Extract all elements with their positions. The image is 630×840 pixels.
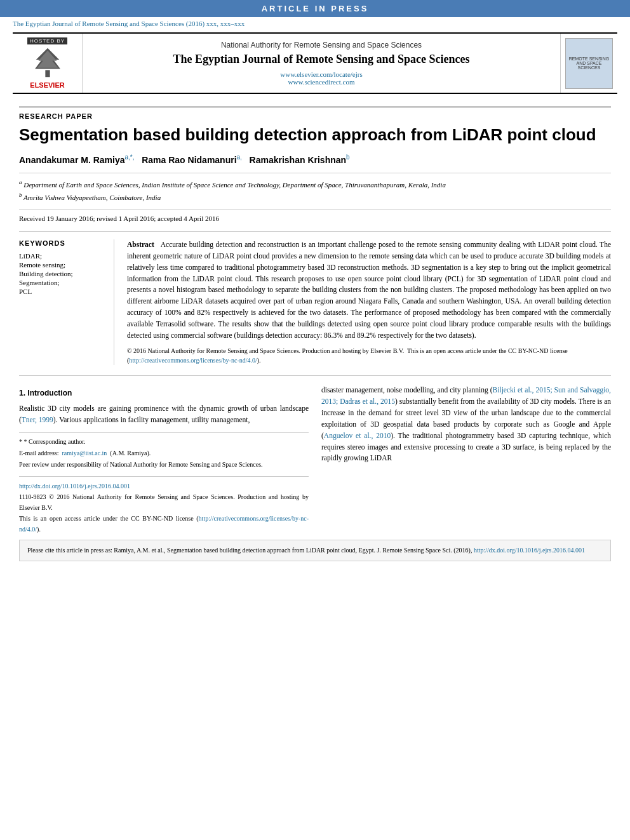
journal-header: HOSTED BY ELSEVIER National Authority fo…	[13, 32, 617, 94]
body-right-column: disaster management, noise modelling, an…	[321, 385, 611, 534]
cc-license-link[interactable]: http://creativecommons.org/licenses/by-n…	[129, 357, 257, 364]
copyright-notice: © 2016 National Authority for Remote Sen…	[127, 346, 611, 365]
authors-line: Anandakumar M. Ramiyaa,*, Rama Rao Nidam…	[19, 154, 611, 165]
article-in-press-banner: ARTICLE IN PRESS	[0, 0, 630, 17]
affiliations: a Department of Earth and Space Sciences…	[19, 173, 611, 203]
affil-2-sup: b	[19, 192, 22, 198]
oa-text-suffix: ).	[37, 526, 41, 533]
footnote-star-symbol: *	[19, 438, 24, 445]
keywords-label: KEYWORDS	[19, 239, 105, 247]
affil-1-sup: a	[19, 179, 22, 185]
abstract-text: Abstract Accurate building detection and…	[127, 239, 611, 341]
keyword-3: Building detection;	[19, 270, 105, 277]
keyword-4: Segmentation;	[19, 279, 105, 286]
doi-link[interactable]: http://dx.doi.org/10.1016/j.ejrs.2016.04…	[19, 483, 130, 490]
keyword-1: LiDAR;	[19, 252, 105, 260]
journal-title-area: National Authority for Remote Sensing an…	[83, 34, 560, 93]
affiliation-1: a Department of Earth and Space Sciences…	[19, 178, 611, 190]
svg-rect-0	[45, 70, 50, 77]
doi-line: http://dx.doi.org/10.1016/j.ejrs.2016.04…	[19, 481, 309, 491]
section-1-heading: 1. Introduction	[19, 387, 309, 399]
footnote-email-link[interactable]: ramiya@iist.ac.in	[62, 450, 107, 457]
elsevier-locate-link[interactable]: www.elsevier.com/locate/ejrs	[280, 70, 362, 78]
keywords-column: KEYWORDS LiDAR; Remote sensing; Building…	[19, 239, 114, 365]
footnote-email: E-mail address: ramiya@iist.ac.in (A.M. …	[19, 448, 309, 458]
copyright-text-suffix: ).	[257, 357, 261, 364]
journal-link-bar: The Egyptian Journal of Remote Sensing a…	[0, 17, 630, 30]
footnote-corresponding: * Corresponding author.	[24, 438, 86, 445]
footnote-email-label: E-mail address:	[19, 450, 58, 457]
bottom-links-section: http://dx.doi.org/10.1016/j.ejrs.2016.04…	[19, 476, 309, 535]
hosted-by-badge: HOSTED BY	[27, 37, 67, 44]
affiliation-2: b Amrita Vishwa Vidyapeetham, Coimbatore…	[19, 191, 611, 203]
svg-marker-2	[37, 50, 58, 67]
intro-right-text: disaster management, noise modelling, an…	[321, 385, 611, 464]
author-2-name: Rama Rao Nidamanuri	[142, 155, 236, 165]
author-1-sup: a,*,	[125, 154, 135, 161]
elsevier-tree-icon	[29, 47, 67, 79]
abstract-column: Abstract Accurate building detection and…	[127, 239, 611, 365]
submission-dates: Received 19 January 2016; revised 1 Apri…	[19, 209, 611, 222]
oa-text-prefix: This is an open access article under the…	[19, 515, 199, 522]
keywords-abstract-section: KEYWORDS LiDAR; Remote sensing; Building…	[19, 231, 611, 365]
issn-line: 1110-9823 © 2016 National Authority for …	[19, 491, 309, 513]
elsevier-logo-area: HOSTED BY ELSEVIER	[13, 34, 83, 93]
footnote-email-name: (A.M. Ramiya).	[110, 450, 151, 457]
main-content-area: RESEARCH PAPER Segmentation based buildi…	[0, 97, 630, 571]
sciencedirect-link[interactable]: www.sciencedirect.com	[288, 78, 355, 86]
author-3-sup: b	[346, 154, 350, 161]
citation-box: Please cite this article in press as: Ra…	[19, 540, 611, 561]
journal-cover-thumbnail: REMOTE SENSING AND SPACE SCIENCES	[565, 38, 613, 89]
journal-full-title: The Egyptian Journal of Remote Sensing a…	[95, 52, 547, 67]
tner-1999-link[interactable]: Tner, 1999	[22, 416, 53, 423]
citation-prefix: Please cite this article in press as: Ra…	[27, 547, 474, 554]
body-content: 1. Introduction Realistic 3D city models…	[19, 375, 611, 534]
article-title: Segmentation based building detection ap…	[19, 125, 611, 145]
journal-link[interactable]: The Egyptian Journal of Remote Sensing a…	[13, 20, 245, 27]
author-2-sup: a,	[237, 154, 242, 161]
oa-line: This is an open access article under the…	[19, 513, 309, 535]
footnote-star: * * Corresponding author.	[19, 437, 309, 447]
journal-cover-area: REMOTE SENSING AND SPACE SCIENCES	[560, 34, 617, 93]
footnote-peer-review: Peer review under responsibility of Nati…	[19, 460, 309, 470]
footnotes-section: * * Corresponding author. E-mail address…	[19, 432, 309, 470]
affil-1-text: Department of Earth and Space Sciences, …	[23, 181, 446, 189]
abstract-body: Accurate building detection and reconstr…	[127, 241, 611, 339]
body-two-columns: 1. Introduction Realistic 3D city models…	[19, 385, 611, 534]
journal-links: www.elsevier.com/locate/ejrs www.science…	[95, 70, 547, 86]
affil-2-text: Amrita Vishwa Vidyapeetham, Coimbatore, …	[23, 194, 161, 201]
intro-left-text: Realistic 3D city models are gaining pro…	[19, 403, 309, 426]
body-left-column: 1. Introduction Realistic 3D city models…	[19, 385, 309, 534]
anguelov-link[interactable]: Anguelov et al., 2010	[324, 432, 391, 439]
biljecki-link[interactable]: Biljecki et al., 2015; Sun and Salvaggio…	[321, 386, 611, 405]
elsevier-wordmark: ELSEVIER	[30, 81, 64, 89]
author-1-name: Anandakumar M. Ramiya	[19, 155, 125, 165]
article-type-label: RESEARCH PAPER	[19, 107, 611, 120]
abstract-label: Abstract	[127, 241, 154, 248]
author-3-name: Ramakrishan Krishnan	[250, 155, 347, 165]
keyword-2: Remote sensing;	[19, 261, 105, 269]
authority-name: National Authority for Remote Sensing an…	[95, 41, 547, 50]
keyword-5: PCL	[19, 288, 105, 295]
citation-doi-link[interactable]: http://dx.doi.org/10.1016/j.ejrs.2016.04…	[474, 547, 585, 554]
